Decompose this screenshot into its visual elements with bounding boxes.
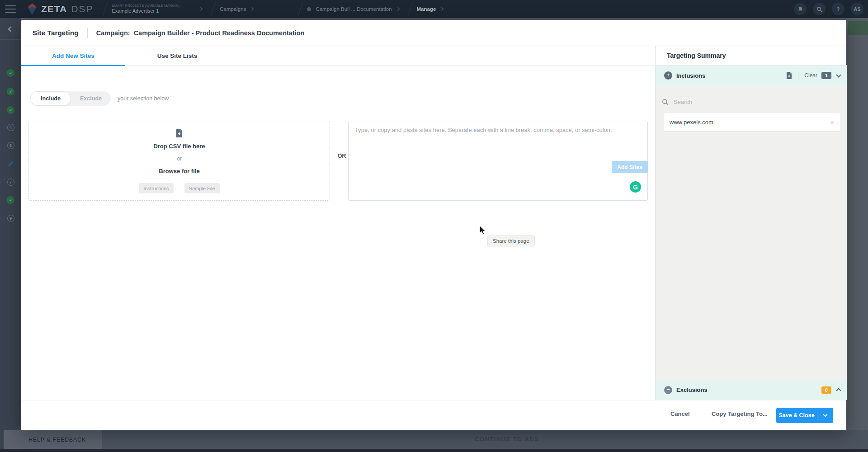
search-input[interactable] [674, 99, 809, 105]
dropzone-or: or [29, 155, 330, 162]
breadcrumb-separator [103, 2, 108, 17]
exclusions-label: Exclusions [676, 386, 708, 393]
breadcrumb-separator [211, 2, 216, 17]
sample-file-button[interactable]: Sample File [184, 183, 220, 193]
modal-footer: Cancel Copy Targeting To... Save & Close [21, 400, 846, 430]
breadcrumb-separator [407, 2, 412, 17]
step-6-current[interactable] [0, 160, 21, 167]
step-4[interactable]: 4 [0, 124, 21, 131]
step-7[interactable]: 7 [0, 179, 21, 186]
mouse-cursor [479, 226, 487, 237]
step-8-complete[interactable]: ✓ [0, 196, 21, 204]
campaign-status-dot [307, 7, 311, 11]
browse-for-file-link[interactable]: Browse for file [29, 168, 330, 174]
csv-dropzone[interactable]: Drop CSV file here or Browse for file In… [28, 121, 330, 201]
exclude-toggle[interactable]: Exclude [71, 91, 111, 106]
add-sites-button[interactable]: Add Sites [612, 161, 648, 173]
tab-add-new-sites[interactable]: Add New Sites [21, 46, 125, 66]
inclusion-item: www.pexels.com × [664, 113, 840, 131]
brand-zeta: ZETA [41, 4, 67, 14]
launch-button-dimmed [848, 21, 868, 35]
chevron-up-icon[interactable] [836, 388, 841, 393]
sites-textarea[interactable] [348, 121, 648, 201]
campaign-steps-rail: ✓ ✓ ✓ 4 5 7 ✓ 9 [0, 18, 21, 449]
notifications-bell-icon[interactable] [794, 3, 807, 15]
check-icon: ✓ [7, 69, 14, 77]
header-divider [87, 28, 88, 38]
brand-dsp: DSP [71, 4, 93, 14]
footer-divider [701, 408, 701, 420]
band-divider [798, 71, 798, 80]
include-toggle[interactable]: Include [30, 91, 71, 106]
cancel-button[interactable]: Cancel [670, 410, 690, 417]
copy-targeting-button[interactable]: Copy Targeting To... [712, 410, 768, 417]
step-2-complete[interactable]: ✓ [0, 88, 21, 95]
sidebar-title: Targeting Summary [667, 52, 726, 59]
back-chevron-icon[interactable] [0, 22, 21, 40]
grammarly-icon[interactable]: G [630, 181, 641, 193]
inclusions-label: Inclusions [676, 72, 705, 79]
campaign-label: Campaign: [96, 29, 130, 37]
breadcrumb-campaigns[interactable]: Campaigns [220, 6, 246, 12]
continue-to-ads-button[interactable]: CONTINUE TO ADS [475, 436, 539, 443]
step-3-complete[interactable]: ✓ [0, 106, 21, 114]
search-icon [662, 99, 669, 105]
targeting-summary-sidebar: Targeting Summary + Inclusions Clear 1 w… [655, 46, 846, 400]
share-tooltip: Share this page [487, 235, 535, 246]
exclusions-band: − Exclusions 0 [656, 380, 847, 400]
toggle-hint-text: your selection below [118, 91, 169, 106]
breadcrumb-manage[interactable]: Manage [417, 6, 436, 12]
campaign-name: Campaign Builder - Product Readiness Doc… [134, 29, 305, 37]
top-navigation-bar: ZETA DSP SMART PROJECTS (VARIABLE MARGIN… [0, 0, 868, 18]
chevron-right-icon[interactable] [199, 7, 203, 11]
search-icon[interactable] [813, 3, 826, 15]
step-5[interactable]: 5 [0, 142, 21, 149]
export-file-icon[interactable] [786, 72, 792, 79]
chevron-right-icon[interactable] [440, 7, 443, 11]
breadcrumb-advertiser[interactable]: SMART PROJECTS (VARIABLE MARGIN) Example… [112, 4, 179, 14]
chevron-right-icon[interactable] [250, 7, 254, 11]
modal-title: Site Targeting [33, 29, 79, 37]
help-feedback-label: HELP & FEEDBACK [28, 437, 86, 443]
save-close-button[interactable]: Save & Close [776, 408, 817, 423]
include-exclude-row: Include Exclude your selection below [21, 91, 655, 106]
inclusions-count-badge: 1 [821, 72, 831, 79]
or-divider-label: OR [335, 153, 349, 159]
exclusions-count-badge: 0 [821, 386, 831, 394]
minus-circle-icon: − [664, 386, 672, 394]
plus-circle-icon: + [664, 71, 672, 80]
save-close-split-button[interactable]: Save & Close [776, 408, 833, 423]
save-options-chevron-icon[interactable] [817, 408, 833, 423]
help-icon[interactable]: ? [832, 3, 844, 15]
step-1-complete[interactable]: ✓ [0, 69, 21, 77]
tab-bar: Add New Sites Use Site Lists [21, 46, 655, 66]
breadcrumb-advertiser-label: Example Advertiser 1 [112, 8, 179, 14]
hamburger-menu-icon[interactable] [5, 5, 16, 13]
dropzone-title: Drop CSV file here [29, 143, 330, 150]
instructions-button[interactable]: Instructions [139, 183, 173, 193]
continue-bar: CONTINUE TO ADS [21, 430, 868, 449]
zeta-diamond-icon [27, 3, 38, 15]
sidebar-header: Targeting Summary [656, 46, 847, 66]
chevron-down-icon[interactable] [836, 72, 841, 77]
breadcrumb-project-label: SMART PROJECTS (VARIABLE MARGIN) [112, 4, 179, 8]
inclusions-search[interactable] [662, 94, 840, 109]
check-icon: ✓ [7, 88, 14, 95]
inclusions-band: + Inclusions Clear 1 [656, 66, 847, 85]
avatar[interactable]: AS [851, 3, 863, 15]
campaign-line: Campaign:Campaign Builder - Product Read… [96, 29, 305, 37]
step-9[interactable]: 9 [0, 215, 21, 222]
inclusions-list-panel: www.pexels.com × [656, 85, 847, 380]
remove-site-icon[interactable]: × [830, 118, 834, 126]
help-feedback-panel[interactable]: HELP & FEEDBACK [4, 430, 102, 449]
check-icon: ✓ [7, 106, 14, 114]
zeta-dsp-logo[interactable]: ZETA DSP [27, 3, 93, 15]
tab-use-site-lists[interactable]: Use Site Lists [125, 46, 229, 66]
breadcrumb-separator [298, 2, 303, 17]
check-icon: ✓ [7, 196, 14, 204]
clear-inclusions-button[interactable]: Clear [804, 72, 817, 79]
bottom-strip [0, 449, 868, 452]
chevron-right-icon[interactable] [396, 7, 399, 11]
breadcrumb-campaign[interactable]: Campaign Buil ... Documentation [316, 6, 392, 12]
inclusion-site-label: www.pexels.com [670, 119, 713, 126]
